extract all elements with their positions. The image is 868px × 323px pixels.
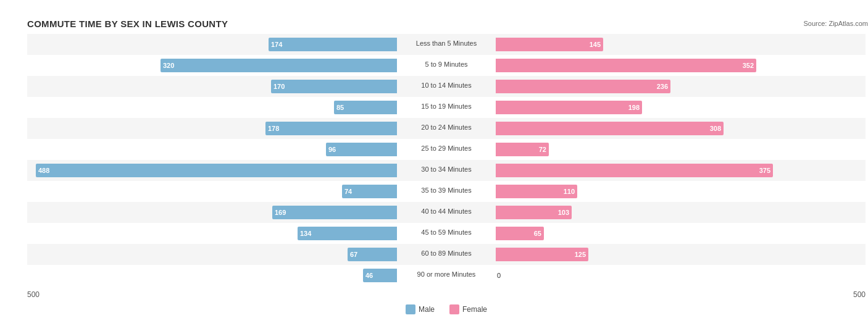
female-value-inside: 352 [740,62,756,69]
right-bar-container: 72 [496,143,866,156]
left-bar-container: 134 [27,227,397,240]
female-bar: 236 [496,80,670,93]
right-bar-container: 236 [496,80,866,93]
right-bar-container: 65 [496,227,866,240]
legend-female: Female [449,304,487,314]
table-row: 13445 to 59 Minutes65 [27,223,866,244]
female-value-inside: 145 [587,41,603,48]
rows-container: 174Less than 5 Minutes1453205 to 9 Minut… [27,34,866,286]
table-row: 9625 to 29 Minutes72 [27,139,866,160]
right-bar-container: 308 [496,122,866,135]
right-bar-container: 145 [496,38,866,51]
female-value-inside: 110 [561,188,577,195]
right-bar-container: 0 [496,269,866,282]
female-bar: 352 [496,59,756,72]
female-bar: 110 [496,185,577,198]
female-value-zero: 0 [497,272,501,279]
left-bar-container: 169 [27,206,397,219]
right-bar-container: 125 [496,248,866,261]
right-bar-container: 375 [496,164,866,177]
female-bar: 65 [496,227,544,240]
female-bar: 72 [496,143,549,156]
axis-right-label: 500 [853,290,866,299]
row-label: Less than 5 Minutes [397,40,496,48]
female-value-inside: 125 [572,251,588,258]
female-bar: 198 [496,101,642,114]
row-label: 30 to 34 Minutes [397,166,496,174]
male-bar: 46 [363,269,397,282]
table-row: 3205 to 9 Minutes352 [27,55,866,76]
left-bar-container: 96 [27,143,397,156]
row-label: 5 to 9 Minutes [397,61,496,69]
row-label: 90 or more Minutes [397,271,496,279]
male-value-inside: 96 [326,146,338,153]
female-value-inside: 72 [536,146,549,153]
male-bar: 74 [342,185,397,198]
table-row: 7435 to 39 Minutes110 [27,181,866,202]
male-bar: 169 [272,206,397,219]
left-bar-container: 74 [27,185,397,198]
male-value-inside: 67 [348,251,360,258]
table-row: 16940 to 44 Minutes103 [27,202,866,223]
left-bar-container: 174 [27,38,397,51]
female-bar: 308 [496,122,724,135]
female-bar: 145 [496,38,603,51]
male-value-inside: 134 [298,230,314,237]
right-bar-container: 198 [496,101,866,114]
female-bar: 125 [496,248,588,261]
left-bar-container: 178 [27,122,397,135]
male-bar: 320 [161,59,397,72]
legend-female-box [449,304,459,314]
female-value-inside: 308 [707,125,724,132]
row-label: 45 to 59 Minutes [397,229,496,237]
row-label: 25 to 29 Minutes [397,145,496,153]
male-bar: 96 [326,143,397,156]
left-bar-container: 170 [27,80,397,93]
female-bar: 103 [496,206,572,219]
chart-area: 174Less than 5 Minutes1453205 to 9 Minut… [27,34,866,314]
left-bar-container: 67 [27,248,397,261]
female-value-inside: 375 [757,167,773,174]
left-bar-container: 488 [27,164,397,177]
table-row: 4690 or more Minutes0 [27,265,866,286]
male-bar: 85 [334,101,397,114]
legend-male-box [406,304,415,314]
row-label: 60 to 89 Minutes [397,250,496,258]
male-value-inside: 74 [342,188,354,195]
row-label: 10 to 14 Minutes [397,82,496,90]
chart-title: COMMUTE TIME BY SEX IN LEWIS COUNTY [27,19,866,29]
legend-male: Male [406,304,435,314]
right-bar-container: 103 [496,206,866,219]
source-label: Source: ZipAtlas.com [803,20,868,27]
female-value-inside: 65 [532,230,544,237]
male-value-inside: 169 [272,209,288,216]
row-label: 40 to 44 Minutes [397,208,496,216]
row-label: 35 to 39 Minutes [397,187,496,195]
right-bar-container: 352 [496,59,866,72]
legend-male-label: Male [419,305,435,314]
male-bar: 170 [271,80,397,93]
male-bar: 488 [36,164,397,177]
table-row: 174Less than 5 Minutes145 [27,34,866,55]
axis-row: 500 500 [27,288,866,301]
table-row: 48830 to 34 Minutes375 [27,160,866,181]
male-value-inside: 46 [363,272,375,279]
table-row: 17010 to 14 Minutes236 [27,76,866,97]
row-label: 20 to 24 Minutes [397,124,496,132]
table-row: 17820 to 24 Minutes308 [27,118,866,139]
male-value-inside: 170 [271,83,287,90]
right-bar-container: 110 [496,185,866,198]
male-value-inside: 488 [36,167,52,174]
left-bar-container: 46 [27,269,397,282]
male-bar: 178 [265,122,397,135]
left-bar-container: 85 [27,101,397,114]
legend: Male Female [27,304,866,314]
female-bar: 375 [496,164,773,177]
table-row: 6760 to 89 Minutes125 [27,244,866,265]
row-label: 15 to 19 Minutes [397,103,496,111]
male-value-inside: 320 [161,62,177,69]
table-row: 8515 to 19 Minutes198 [27,97,866,118]
left-bar-container: 320 [27,59,397,72]
female-value-inside: 236 [654,83,670,90]
male-value-inside: 178 [265,125,282,132]
